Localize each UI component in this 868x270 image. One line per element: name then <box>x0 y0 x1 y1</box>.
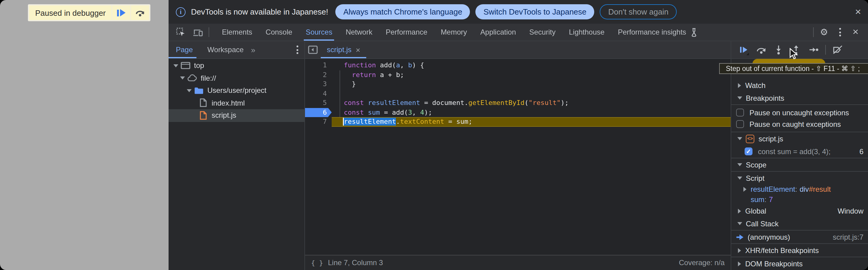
deactivate-breakpoints-button[interactable] <box>830 42 845 57</box>
token-pl: = document. <box>420 99 468 107</box>
toggle-device-toolbar-button[interactable] <box>189 24 206 41</box>
close-devtools-icon[interactable]: × <box>848 24 864 41</box>
code-line-3[interactable]: 3 } <box>305 80 731 89</box>
tab-application[interactable]: Application <box>473 24 522 41</box>
step-button[interactable] <box>806 42 821 57</box>
more-options-kebab-icon[interactable] <box>832 24 848 41</box>
panel-toggle-icon <box>308 46 318 54</box>
tree-item-label: top <box>194 62 204 70</box>
line-number[interactable]: 4 <box>305 89 332 98</box>
pretty-print-icon[interactable]: { } <box>311 259 323 267</box>
scope-variable-sum[interactable]: sum: 7 <box>731 194 868 205</box>
code-editor[interactable]: 1function add(a, b) {2 return a + b;3 }4… <box>305 59 731 255</box>
toolbar-divider <box>813 27 814 37</box>
scope-section-header[interactable]: Scope <box>731 158 868 171</box>
selected-token: resultElement <box>344 118 396 126</box>
step-into-button[interactable] <box>771 42 786 57</box>
navigator-menu-kebab-icon[interactable] <box>297 41 304 58</box>
tab-performance-insights[interactable]: Performance insights <box>611 24 704 41</box>
scope-global-group[interactable]: Global Window <box>731 205 868 217</box>
code-text: const resultElement = document.getElemen… <box>332 98 731 108</box>
more-tabs-chevron-icon[interactable]: » <box>251 41 256 58</box>
code-line-1[interactable]: 1function add(a, b) { <box>305 61 731 70</box>
tab-label: Network <box>346 28 372 36</box>
checkbox-checked[interactable]: ✓ <box>745 147 752 155</box>
token-pl: , <box>400 61 408 69</box>
tree-item-label: file:// <box>201 74 216 83</box>
code-line-7[interactable]: 7resultElement.textContent = sum; <box>305 117 731 126</box>
code-line-5[interactable]: 5const resultElement = document.getEleme… <box>305 98 731 108</box>
chevron-down-icon <box>737 96 742 99</box>
switch-devtools-japanese-button[interactable]: Switch DevTools to Japanese <box>476 4 594 20</box>
tab-label: Sources <box>306 28 332 36</box>
line-number[interactable]: 5 <box>305 98 332 108</box>
tree-item-script-js[interactable]: script.js <box>168 109 304 122</box>
chevron-down-icon[interactable] <box>174 64 178 67</box>
scope-variable-resultElement[interactable]: resultElement: div#result <box>731 184 868 194</box>
node-id: #result <box>809 185 831 194</box>
chevron-down-icon[interactable] <box>180 77 185 80</box>
step-over-icon <box>135 8 145 17</box>
tree-item-index-html[interactable]: index.html <box>168 97 304 109</box>
settings-gear-icon[interactable]: ⚙ <box>816 24 832 41</box>
tree-item-top[interactable]: top <box>168 59 304 72</box>
navigator-tab-workspace[interactable]: Workspace <box>200 41 251 58</box>
callstack-frame-row[interactable]: (anonymous) script.js:7 <box>731 231 868 243</box>
scope-script-group[interactable]: Script <box>731 172 868 184</box>
coverage-label: Coverage: n/a <box>679 259 724 267</box>
editor-statusbar: { } Line 7, Column 3 Coverage: n/a <box>305 255 731 270</box>
tab-security[interactable]: Security <box>523 24 562 41</box>
tab-memory[interactable]: Memory <box>434 24 474 41</box>
code-line-4[interactable]: 4 <box>305 89 731 98</box>
breakpoint-file-group[interactable]: <> script.js <box>731 132 868 145</box>
pause-uncaught-exceptions-row[interactable]: Pause on uncaught exceptions <box>731 105 868 118</box>
breakpoint-entry-row[interactable]: ✓ const sum = add(3, 4); 6 <box>731 145 868 158</box>
chevron-down-icon[interactable] <box>187 89 192 92</box>
resume-button[interactable] <box>736 42 751 57</box>
line-number[interactable]: 1 <box>305 61 332 70</box>
chevron-right-icon <box>738 83 741 88</box>
breakpoints-section-header[interactable]: Breakpoints <box>731 92 868 104</box>
tab-network[interactable]: Network <box>339 24 379 41</box>
info-icon: i <box>176 7 186 17</box>
infobar: i DevTools is now available in Japanese!… <box>168 0 868 24</box>
breakpoint-marker[interactable]: 6 <box>305 108 332 117</box>
step-over-button[interactable] <box>754 42 768 57</box>
line-number[interactable]: 2 <box>305 70 332 80</box>
editor-tab-close-icon[interactable]: × <box>355 45 360 54</box>
pause-caught-exceptions-row[interactable]: Pause on caught exceptions <box>731 118 868 130</box>
callstack-section-header[interactable]: Call Stack <box>731 217 868 230</box>
panel-tabs: ElementsConsoleSourcesNetworkPerformance… <box>215 24 704 41</box>
token-kw: return <box>352 71 376 79</box>
collapse-navigator-button[interactable] <box>305 41 321 58</box>
token-vr: sum <box>368 108 380 116</box>
checkbox-unchecked[interactable] <box>736 109 744 117</box>
code-line-2[interactable]: 2 return a + b; <box>305 70 731 80</box>
tabbar-right-controls: ⚙ × <box>811 24 868 41</box>
match-chrome-language-button[interactable]: Always match Chrome's language <box>335 4 470 20</box>
resume-script-button[interactable] <box>112 5 131 20</box>
dont-show-again-button[interactable]: Don't show again <box>600 4 677 20</box>
step-over-button[interactable] <box>131 5 150 20</box>
tree-item-file-[interactable]: file:// <box>168 72 304 84</box>
tab-lighthouse[interactable]: Lighthouse <box>562 24 611 41</box>
tab-elements[interactable]: Elements <box>215 24 259 41</box>
tab-performance[interactable]: Performance <box>379 24 434 41</box>
tab-sources[interactable]: Sources <box>299 24 339 41</box>
chevron-down-icon <box>737 163 742 166</box>
watch-section-header[interactable]: Watch <box>731 79 868 92</box>
scope-script-label: Script <box>746 174 764 182</box>
line-number[interactable]: 3 <box>305 80 332 89</box>
infobar-close-icon[interactable]: × <box>855 0 861 24</box>
navigator-tab-page[interactable]: Page <box>168 41 200 58</box>
editor-pane: script.js × 1function add(a, b) {2 retur… <box>305 41 731 270</box>
tab-console[interactable]: Console <box>259 24 299 41</box>
checkbox-unchecked[interactable] <box>736 120 744 128</box>
line-number[interactable]: 7 <box>305 117 332 126</box>
dom-breakpoints-section-header[interactable]: DOM Breakpoints <box>731 257 868 270</box>
inspect-element-button[interactable] <box>172 24 189 41</box>
xhr-breakpoints-section-header[interactable]: XHR/fetch Breakpoints <box>731 244 868 257</box>
editor-tab-scriptjs[interactable]: script.js × <box>321 41 367 58</box>
tree-item-users-user-project[interactable]: Users/user/project <box>168 84 304 97</box>
code-line-6[interactable]: 6const sum = add(3, 4); <box>305 108 731 117</box>
